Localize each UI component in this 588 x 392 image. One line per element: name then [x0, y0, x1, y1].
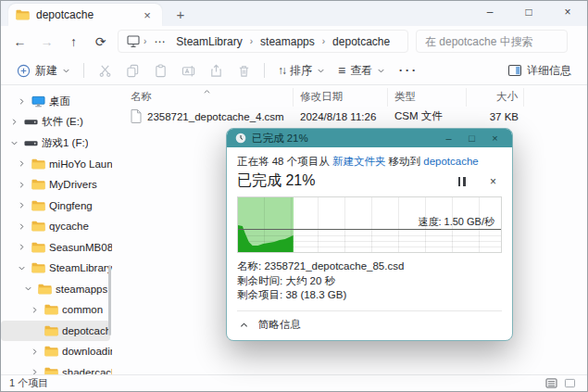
view-button[interactable]: ≡ 查看: [332, 59, 392, 82]
chevron-right-icon[interactable]: [16, 159, 28, 168]
window-close-button[interactable]: ×: [548, 1, 587, 26]
chevron-down-icon[interactable]: [8, 139, 20, 147]
operation-mid: 移动到: [385, 156, 423, 167]
breadcrumb-depotcache[interactable]: depotcache: [328, 34, 394, 49]
folder-icon: [31, 262, 46, 273]
chevron-right-icon[interactable]: [29, 306, 41, 314]
sidebar-item-seasun[interactable]: SeasunMB0803: [1, 237, 112, 259]
sort-button[interactable]: ↑↓ 排序: [271, 59, 332, 82]
chevron-down-icon[interactable]: [16, 264, 28, 272]
sidebar-item-drive-f[interactable]: 游戏1 (F:): [1, 133, 112, 154]
drive-icon: [23, 138, 39, 148]
file-icon: [131, 109, 142, 123]
items-remaining: 剩余项目: 38 (18.3 GB): [237, 288, 502, 303]
window-minimize-button[interactable]: –: [470, 1, 509, 26]
fewer-details-label: 简略信息: [258, 318, 301, 332]
column-header-type[interactable]: 类型: [388, 88, 467, 107]
chevron-down-icon: [377, 67, 385, 75]
status-bar: 1 个项目: [1, 374, 587, 391]
sidebar-item-drive-e[interactable]: 软件 (E:): [1, 112, 112, 133]
cancel-button[interactable]: ×: [479, 175, 502, 188]
chevron-right-icon[interactable]: [29, 348, 41, 356]
up-button[interactable]: ↑: [60, 34, 87, 49]
details-pane-button[interactable]: 详细信息: [501, 59, 578, 82]
breadcrumb[interactable]: › ⋯ SteamLibrary › steamapps › depotcach…: [118, 30, 408, 53]
command-toolbar: 新建 ↑↓ 排序 ≡ 查看 • • • 详细信息: [1, 57, 587, 85]
navigation-pane: 桌面 软件 (E:) 游戏1 (F:) miHoYo Launch MyDriv: [1, 86, 112, 374]
explorer-window: depotcache × + – □ × ← → ↑ ⟳ › ⋯ SteamLi…: [0, 0, 588, 392]
delete-button[interactable]: [230, 60, 257, 82]
sidebar-item-qycache[interactable]: qycache: [1, 216, 112, 237]
drive-icon: [23, 117, 39, 127]
sidebar-item-qingfeng[interactable]: Qingfeng: [1, 196, 112, 217]
dialog-minimize-button[interactable]: –: [440, 130, 457, 146]
chevron-right-icon[interactable]: [8, 118, 20, 126]
breadcrumb-steamapps[interactable]: steamapps: [256, 34, 319, 49]
more-options-button[interactable]: • • •: [392, 62, 423, 80]
column-header-size[interactable]: 大小: [467, 88, 524, 107]
sidebar-item-shadercache[interactable]: shadercache: [1, 362, 112, 375]
details-view-toggle[interactable]: [542, 378, 560, 388]
new-tab-button[interactable]: +: [173, 6, 188, 22]
average-speed-line: [238, 229, 501, 230]
sidebar-item-mihoyo[interactable]: miHoYo Launch: [1, 154, 112, 175]
sidebar-item-label: MyDrivers: [49, 179, 97, 190]
new-button[interactable]: 新建: [10, 59, 77, 82]
breadcrumb-steamlibrary[interactable]: SteamLibrary: [171, 34, 246, 49]
dialog-close-button[interactable]: ×: [486, 130, 504, 146]
clock-icon: [235, 133, 246, 144]
sidebar-item-common[interactable]: common: [1, 299, 112, 321]
chevron-right-icon[interactable]: [16, 243, 28, 251]
speed-curve: [238, 197, 294, 252]
sidebar-item-steamapps[interactable]: steamapps: [1, 279, 112, 300]
toolbar-divider: [83, 63, 84, 78]
table-row[interactable]: 2358721_depotcache_4.csm 2024/8/18 11:26…: [131, 107, 587, 127]
tab-close-icon[interactable]: ×: [140, 8, 155, 22]
chevron-right-icon[interactable]: [16, 222, 28, 231]
window-maximize-button[interactable]: □: [509, 1, 548, 26]
back-button[interactable]: ←: [6, 34, 33, 49]
sidebar-item-mydrivers[interactable]: MyDrivers: [1, 174, 112, 196]
tab-depotcache[interactable]: depotcache ×: [8, 4, 162, 26]
sidebar-item-label: 桌面: [49, 95, 70, 108]
share-button[interactable]: [202, 60, 230, 82]
sidebar-item-desktop[interactable]: 桌面: [1, 91, 112, 112]
refresh-button[interactable]: ⟳: [87, 34, 114, 49]
chevron-right-icon[interactable]: [16, 97, 28, 106]
chevron-right-icon[interactable]: [29, 368, 41, 374]
copy-button[interactable]: [119, 60, 146, 82]
dialog-maximize-button[interactable]: □: [463, 130, 481, 146]
column-header-label: 类型: [394, 91, 416, 102]
share-icon: [209, 64, 223, 78]
dialog-body: 正在将 48 个项目从 新建文件夹 移动到 depotcache 已完成 21%…: [227, 147, 512, 340]
destination-folder-link[interactable]: depotcache: [423, 156, 478, 167]
file-type: CSM 文件: [388, 107, 467, 126]
forward-button[interactable]: →: [33, 34, 60, 49]
source-folder-link[interactable]: 新建文件夹: [332, 156, 386, 167]
column-headers: 名称 修改日期 类型 大小: [131, 87, 587, 107]
column-header-name[interactable]: 名称: [131, 88, 294, 107]
chevron-down-icon[interactable]: [22, 285, 34, 293]
sidebar-scrollbar[interactable]: [108, 265, 111, 335]
sidebar-item-depotcache[interactable]: depotcache: [1, 321, 110, 342]
fewer-details-toggle[interactable]: 简略信息: [237, 310, 502, 340]
cut-button[interactable]: [91, 60, 119, 82]
search-input[interactable]: [425, 35, 558, 48]
large-icons-view-toggle[interactable]: [560, 378, 579, 388]
chevron-right-icon[interactable]: [16, 201, 28, 209]
breadcrumb-overflow[interactable]: ⋯: [149, 34, 169, 49]
this-pc-icon[interactable]: [126, 34, 141, 48]
paste-button[interactable]: [146, 60, 174, 82]
pause-button[interactable]: [445, 177, 479, 186]
chevron-right-icon[interactable]: [16, 181, 28, 189]
sidebar-item-downloading[interactable]: downloading: [1, 341, 112, 362]
sidebar-item-label: downloading: [62, 346, 112, 357]
search-box[interactable]: [416, 30, 568, 53]
dialog-titlebar[interactable]: 已完成 21% – □ ×: [227, 129, 512, 147]
rename-button[interactable]: [174, 60, 202, 82]
chevron-up-icon: [239, 321, 249, 329]
column-header-date[interactable]: 修改日期: [294, 88, 388, 107]
column-header-label: 修改日期: [300, 91, 343, 102]
sidebar-item-steamlibrary[interactable]: SteamLibrary: [1, 258, 112, 279]
operation-prefix: 正在将 48 个项目从: [237, 156, 332, 167]
